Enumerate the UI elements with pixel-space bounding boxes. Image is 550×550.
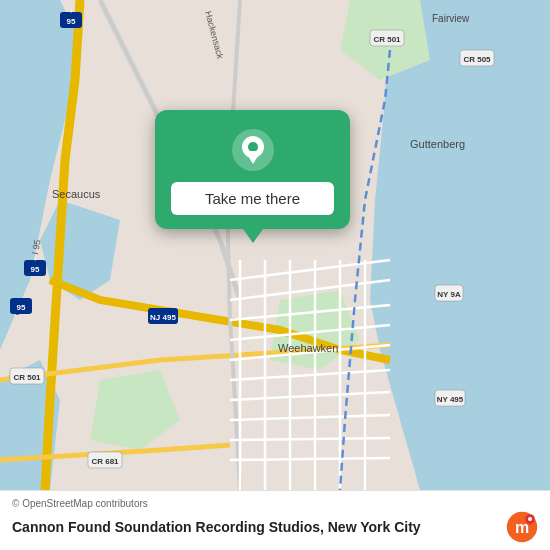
svg-text:95: 95 xyxy=(17,303,26,312)
moovit-logo: m xyxy=(506,511,538,543)
svg-text:NY 9A: NY 9A xyxy=(437,290,461,299)
svg-text:CR 501: CR 501 xyxy=(13,373,41,382)
map-pin-icon xyxy=(231,128,275,172)
svg-text:Secaucus: Secaucus xyxy=(52,188,101,200)
take-me-there-button[interactable]: Take me there xyxy=(171,182,334,215)
svg-text:CR 501: CR 501 xyxy=(373,35,401,44)
svg-text:Weehawken: Weehawken xyxy=(278,342,338,354)
svg-text:CR 681: CR 681 xyxy=(91,457,119,466)
svg-text:NY 495: NY 495 xyxy=(437,395,464,404)
svg-text:95: 95 xyxy=(67,17,76,26)
svg-text:CR 505: CR 505 xyxy=(463,55,491,64)
footer: © OpenStreetMap contributors Cannon Foun… xyxy=(0,490,550,550)
svg-text:95: 95 xyxy=(31,265,40,274)
map-area[interactable]: I 95 0 Secaucus Guttenberg Weehawken Fai… xyxy=(0,0,550,490)
svg-point-61 xyxy=(528,517,532,521)
svg-point-55 xyxy=(248,142,258,152)
map-svg: I 95 0 Secaucus Guttenberg Weehawken Fai… xyxy=(0,0,550,490)
svg-text:NJ 495: NJ 495 xyxy=(150,313,176,322)
svg-text:Guttenberg: Guttenberg xyxy=(410,138,465,150)
svg-text:Fairview: Fairview xyxy=(432,13,470,24)
location-name-row: Cannon Found Soundation Recording Studio… xyxy=(12,511,538,543)
location-label: Cannon Found Soundation Recording Studio… xyxy=(12,519,421,535)
location-popup: Take me there xyxy=(155,110,350,229)
map-attribution: © OpenStreetMap contributors xyxy=(12,498,538,509)
